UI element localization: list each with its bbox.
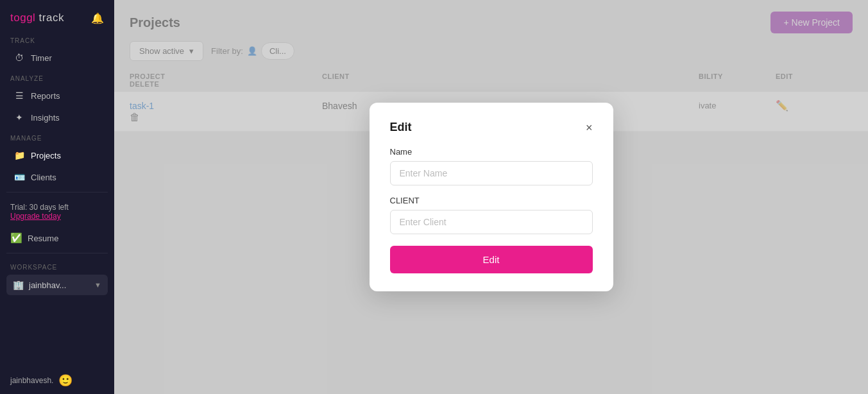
- workspace-section-label: WORKSPACE: [0, 257, 114, 273]
- workspace-selector[interactable]: 🏢 jainbhav... ▼: [6, 275, 108, 295]
- sidebar-divider: [6, 192, 108, 193]
- modal-overlay: Edit × Name CLIENT Edit: [114, 0, 868, 394]
- workspace-icon: 🏢: [13, 280, 24, 290]
- analyze-section-label: ANALYZE: [0, 69, 114, 85]
- notification-icon[interactable]: 🔔: [91, 12, 104, 24]
- logo: toggl track: [10, 12, 64, 24]
- sidebar-item-projects-label: Projects: [31, 151, 61, 160]
- name-input[interactable]: [390, 161, 593, 185]
- sidebar-item-reports-label: Reports: [31, 91, 60, 101]
- reports-icon: ☰: [14, 90, 24, 101]
- modal-close-button[interactable]: ×: [586, 122, 593, 133]
- resume-icon: ✅: [10, 232, 22, 244]
- sidebar: toggl track 🔔 TRACK ⏱ Timer ANALYZE ☰ Re…: [0, 0, 114, 394]
- modal-header: Edit ×: [390, 121, 593, 134]
- user-name: jainbhavesh.: [10, 376, 53, 385]
- sidebar-logo: toggl track 🔔: [0, 0, 114, 31]
- track-section-label: TRACK: [0, 31, 114, 47]
- clients-icon: 🪪: [14, 172, 24, 182]
- sidebar-item-clients-label: Clients: [31, 173, 56, 182]
- projects-icon: 📁: [14, 150, 24, 160]
- resume-label: Resume: [28, 234, 58, 243]
- client-label: CLIENT: [390, 196, 593, 205]
- sidebar-item-insights[interactable]: ✦ Insights: [4, 107, 110, 128]
- sidebar-item-timer-label: Timer: [31, 53, 52, 63]
- name-label: Name: [390, 147, 593, 157]
- sidebar-item-clients[interactable]: 🪪 Clients: [4, 167, 110, 187]
- sidebar-item-timer[interactable]: ⏱ Timer: [4, 47, 110, 68]
- main-content: Projects + New Project Show active ▾ Fil…: [114, 0, 868, 394]
- trial-text: Trial: 30 days left: [10, 203, 69, 212]
- sidebar-item-insights-label: Insights: [31, 113, 60, 123]
- edit-modal: Edit × Name CLIENT Edit: [370, 103, 613, 291]
- upgrade-link[interactable]: Upgrade today: [10, 212, 61, 221]
- user-row: jainbhavesh. 🙂: [0, 367, 114, 394]
- edit-submit-button[interactable]: Edit: [390, 246, 593, 273]
- client-input[interactable]: [390, 210, 593, 234]
- insights-icon: ✦: [14, 112, 24, 123]
- timer-icon: ⏱: [14, 53, 24, 63]
- workspace-chevron-icon: ▼: [94, 281, 101, 289]
- workspace-name: jainbhav...: [29, 280, 66, 290]
- modal-title: Edit: [390, 121, 412, 134]
- manage-section-label: MANAGE: [0, 128, 114, 144]
- sidebar-divider-2: [6, 253, 108, 253]
- user-avatar: 🙂: [58, 373, 72, 388]
- sidebar-item-projects[interactable]: 📁 Projects: [4, 145, 110, 166]
- trial-box: Trial: 30 days left Upgrade today: [0, 196, 114, 227]
- sidebar-item-reports[interactable]: ☰ Reports: [4, 85, 110, 106]
- resume-item[interactable]: ✅ Resume: [0, 227, 114, 249]
